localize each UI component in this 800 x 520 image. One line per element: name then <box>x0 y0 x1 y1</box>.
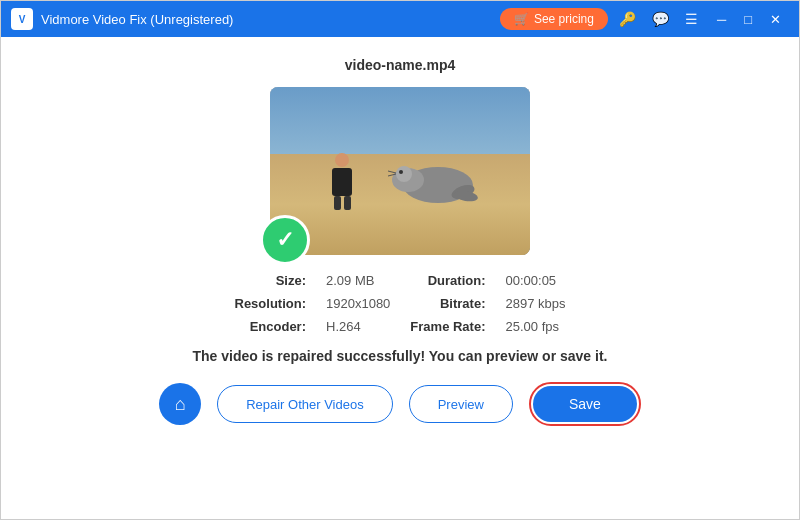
check-badge: ✓ <box>260 215 310 265</box>
bitrate-label: Bitrate: <box>410 296 485 311</box>
preview-button[interactable]: Preview <box>409 385 513 423</box>
key-icon[interactable]: 🔑 <box>614 9 641 29</box>
menu-icon[interactable]: ☰ <box>680 9 703 29</box>
svg-point-3 <box>399 170 403 174</box>
cart-icon: 🛒 <box>514 12 529 26</box>
save-button[interactable]: Save <box>533 386 637 422</box>
minimize-button[interactable]: ─ <box>709 11 734 28</box>
title-bar: V Vidmore Video Fix (Unregistered) 🛒 See… <box>1 1 799 37</box>
encoder-label: Encoder: <box>235 319 307 334</box>
size-label: Size: <box>235 273 307 288</box>
app-logo: V <box>11 8 33 30</box>
see-pricing-button[interactable]: 🛒 See pricing <box>500 8 608 30</box>
check-icon: ✓ <box>276 229 294 251</box>
action-row: ⌂ Repair Other Videos Preview Save <box>159 382 641 426</box>
person-body <box>332 168 352 196</box>
framerate-value: 25.00 fps <box>505 319 565 334</box>
info-grid: Size: 2.09 MB Duration: 00:00:05 Resolut… <box>235 273 566 334</box>
close-button[interactable]: ✕ <box>762 11 789 28</box>
repair-other-videos-button[interactable]: Repair Other Videos <box>217 385 393 423</box>
person-legs <box>327 196 357 210</box>
person-head <box>335 153 349 167</box>
main-content: video-name.mp4 <box>1 37 799 519</box>
maximize-button[interactable]: □ <box>736 11 760 28</box>
framerate-label: Frame Rate: <box>410 319 485 334</box>
home-button[interactable]: ⌂ <box>159 383 201 425</box>
duration-value: 00:00:05 <box>505 273 565 288</box>
person-leg-right <box>344 196 351 210</box>
save-button-wrapper: Save <box>529 382 641 426</box>
svg-point-2 <box>396 166 412 182</box>
bitrate-value: 2897 kbps <box>505 296 565 311</box>
duration-label: Duration: <box>410 273 485 288</box>
home-icon: ⌂ <box>175 394 186 415</box>
resolution-label: Resolution: <box>235 296 307 311</box>
person-figure <box>327 153 357 208</box>
video-thumbnail-container: ✓ <box>270 87 530 255</box>
app-title: Vidmore Video Fix (Unregistered) <box>41 12 233 27</box>
title-bar-right: 🛒 See pricing 🔑 💬 ☰ ─ □ ✕ <box>500 8 789 30</box>
chat-icon[interactable]: 💬 <box>647 9 674 29</box>
beach-scene <box>270 87 530 255</box>
video-thumbnail <box>270 87 530 255</box>
seal-svg <box>388 150 478 205</box>
encoder-value: H.264 <box>326 319 390 334</box>
window-controls: ─ □ ✕ <box>709 11 789 28</box>
video-filename: video-name.mp4 <box>345 57 455 73</box>
success-message: The video is repaired successfully! You … <box>193 348 608 364</box>
title-bar-left: V Vidmore Video Fix (Unregistered) <box>11 8 233 30</box>
resolution-value: 1920x1080 <box>326 296 390 311</box>
size-value: 2.09 MB <box>326 273 390 288</box>
svg-line-6 <box>388 171 396 173</box>
person-leg-left <box>334 196 341 210</box>
